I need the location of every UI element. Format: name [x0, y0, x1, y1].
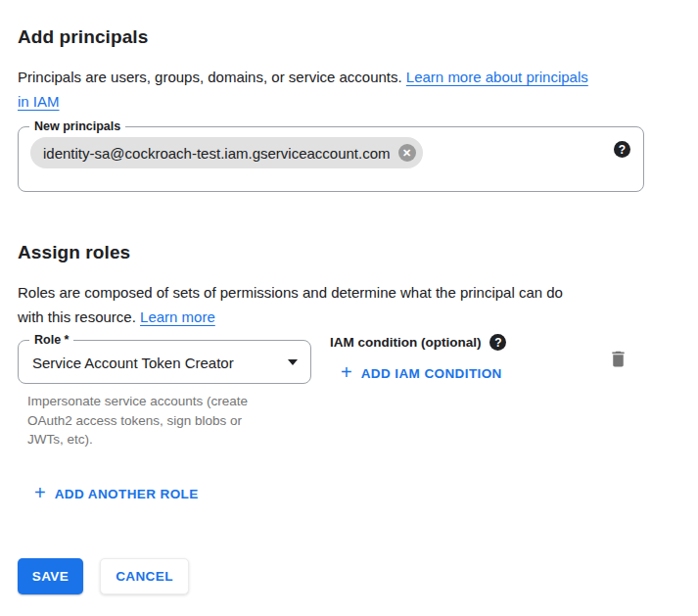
add-iam-condition-button[interactable]: + ADD IAM CONDITION [341, 363, 502, 384]
principals-description-text: Principals are users, groups, domains, o… [18, 69, 406, 85]
principal-chip[interactable]: identity-sa@cockroach-test.iam.gservicea… [30, 137, 423, 168]
new-principals-input[interactable]: New principals identity-sa@cockroach-tes… [18, 126, 644, 192]
role-helper-text: Impersonate service accounts (create OAu… [27, 392, 321, 450]
iam-condition-help-icon[interactable]: ? [489, 334, 506, 351]
add-principals-title: Add principals [18, 26, 148, 48]
principals-help-icon[interactable]: ? [614, 141, 630, 158]
assign-roles-title: Assign roles [18, 242, 130, 263]
learn-more-roles-link[interactable]: Learn more [140, 308, 215, 325]
iam-condition-label: IAM condition (optional) [330, 335, 481, 350]
add-another-role-label: ADD ANOTHER ROLE [55, 487, 199, 501]
add-iam-condition-label: ADD IAM CONDITION [361, 366, 502, 381]
remove-principal-icon[interactable]: ✕ [398, 144, 416, 162]
learn-more-principals-link[interactable]: Learn more about principals [406, 69, 588, 85]
save-button[interactable]: SAVE [18, 558, 83, 594]
plus-icon: + [34, 482, 46, 504]
roles-description-line2: with this resource. [18, 308, 140, 325]
role-label: Role * [29, 332, 73, 349]
principals-description: Principals are users, groups, domains, o… [18, 65, 588, 114]
roles-description-line1: Roles are composed of sets of permission… [18, 284, 563, 301]
principal-chip-value: identity-sa@cockroach-test.iam.gservicea… [43, 145, 391, 162]
role-selected-value: Service Account Token Creator [32, 354, 234, 370]
learn-more-principals-link-wrap[interactable]: in IAM [18, 93, 60, 110]
plus-icon: + [341, 361, 352, 384]
trash-icon [608, 355, 628, 372]
add-another-role-button[interactable]: + ADD ANOTHER ROLE [34, 484, 199, 504]
delete-role-button[interactable] [608, 349, 628, 369]
chevron-down-icon [288, 359, 298, 365]
iam-condition-label-row: IAM condition (optional) ? [330, 334, 506, 351]
cancel-button[interactable]: CANCEL [100, 558, 189, 594]
roles-description: Roles are composed of sets of permission… [18, 280, 563, 329]
role-select[interactable]: Role * Service Account Token Creator [18, 340, 311, 384]
new-principals-label: New principals [29, 118, 125, 135]
